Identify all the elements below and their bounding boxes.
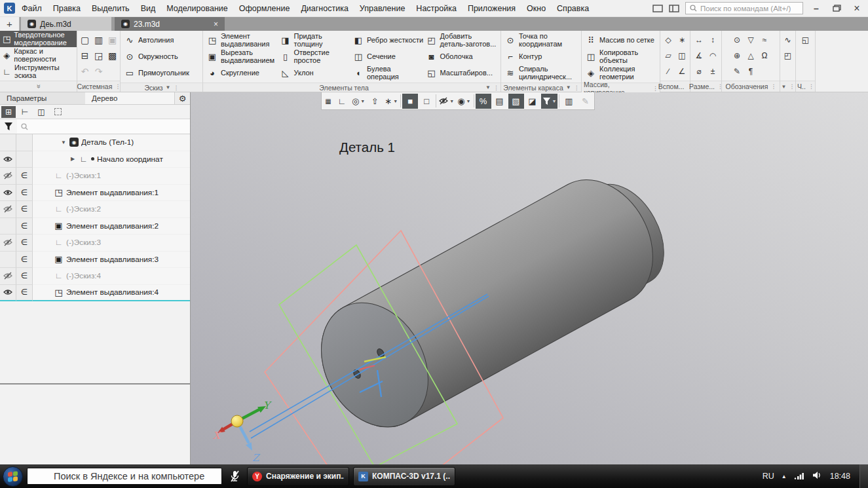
tray-expand-icon[interactable]: ▲ xyxy=(782,474,787,479)
cut-extrude-button[interactable]: ▣Вырезать выдавливанием xyxy=(206,48,279,65)
geometry-collection-button[interactable]: ◈Коллекция геометрии xyxy=(584,65,657,81)
command-search-input[interactable]: Поиск по командам (Alt+/) xyxy=(685,2,803,14)
aux-icon-3[interactable]: ▱ xyxy=(662,48,675,64)
drawing-icon[interactable]: ◱ xyxy=(799,32,812,48)
tree-row-sketch3[interactable]: ∈ ∟ (-)Эскиз:3 xyxy=(0,235,190,252)
extrude-button[interactable]: ◳Элемент выдавливания xyxy=(206,32,279,48)
rectangle-button[interactable]: ▭Прямоугольник xyxy=(123,65,200,81)
extra-icon-1[interactable]: ∿ xyxy=(782,32,794,48)
point-by-coordinates-button[interactable]: ⊙Точка по координатам xyxy=(504,32,578,48)
menu-file[interactable]: Файл xyxy=(22,4,42,13)
visibility-toggle[interactable] xyxy=(0,201,16,218)
boolean-button[interactable]: ◖Булева операция xyxy=(352,65,425,81)
yandex-search-input[interactable]: Поиск в Яндексе и на компьютере xyxy=(27,468,222,485)
clock[interactable]: 18:48 xyxy=(830,472,850,481)
scene-render-button[interactable]: ▧ xyxy=(508,94,524,109)
grid-array-button[interactable]: ⠿Массив по сетке xyxy=(584,32,657,48)
menu-help[interactable]: Справка xyxy=(557,4,589,13)
layout-single-icon[interactable] xyxy=(652,5,663,12)
menu-modeling[interactable]: Моделирование xyxy=(166,4,228,13)
orientation-button[interactable]: ⇧ xyxy=(367,94,383,109)
tree-row-sketch4[interactable]: ∈ ∟ (-)Эскиз:4 xyxy=(0,268,190,285)
gear-icon[interactable]: ⚙ xyxy=(174,92,190,104)
language-indicator[interactable]: RU xyxy=(763,472,774,481)
dim-icon-1[interactable]: ↔ xyxy=(693,32,706,48)
mode-wireframe-surfaces[interactable]: ◈ Каркас и поверхности xyxy=(0,47,77,64)
new-document-tab-button[interactable]: + xyxy=(0,17,20,31)
redo-icon[interactable]: ↷ xyxy=(92,64,105,79)
part-name-label[interactable]: Деталь 1 xyxy=(339,140,395,155)
fillet-button[interactable]: ◕Скругление xyxy=(206,65,279,81)
shaded-display-button[interactable]: ■ xyxy=(402,94,418,109)
tree-row-sketch1[interactable]: ∈ ∟ (-)Эскиз:1 xyxy=(0,168,190,185)
menu-select[interactable]: Выделить xyxy=(92,4,130,13)
coordinate-systems-button[interactable]: ∗▼ xyxy=(383,94,399,109)
shell-button[interactable]: ◙Оболочка xyxy=(425,48,499,65)
show-desktop-button[interactable] xyxy=(859,464,868,488)
lighting-button[interactable]: ◪ xyxy=(525,94,540,109)
origin-sphere[interactable] xyxy=(231,415,243,427)
preview-icon[interactable]: ◲ xyxy=(92,48,105,64)
draft-button[interactable]: ◺Уклон xyxy=(279,65,352,81)
notation-icon-3[interactable]: ≈ xyxy=(759,32,771,48)
visibility-toggle[interactable] xyxy=(0,268,16,285)
new-document-icon[interactable]: ▢ xyxy=(79,32,92,48)
tab-doc1[interactable]: ◉ Деь.m3d xyxy=(21,17,111,31)
aux-icon-2[interactable]: ∗ xyxy=(676,32,689,48)
autoline-button[interactable]: ∿Автолиния xyxy=(123,32,200,48)
chevron-down-icon[interactable]: ▼ xyxy=(360,99,365,103)
tree-view-structure-button[interactable]: ⊞ xyxy=(1,106,16,118)
filter-objects-button[interactable]: ▼ xyxy=(541,94,558,109)
wireframe-display-button[interactable]: □ xyxy=(419,94,434,109)
tab-tree[interactable]: Дерево xyxy=(85,92,174,104)
grid-toggle-button[interactable]: ▦ xyxy=(323,94,333,109)
menu-applications[interactable]: Приложения xyxy=(468,4,516,13)
microphone-muted-icon[interactable] xyxy=(226,470,243,483)
expand-collapse-icon[interactable]: ▶ xyxy=(69,156,76,162)
dim-icon-3[interactable]: ∡ xyxy=(693,48,706,64)
tab-parameters[interactable]: Параметры xyxy=(0,92,85,104)
visibility-cell[interactable] xyxy=(0,252,16,269)
chevron-down-icon[interactable]: ▼ xyxy=(552,99,557,103)
menu-management[interactable]: Управление xyxy=(360,4,406,13)
snap-mode-button[interactable]: % xyxy=(476,94,491,109)
taskbar-button-kompas[interactable]: K КОМПАС-3D v17.1 (... xyxy=(353,467,455,486)
dropdown-icon[interactable]: ▼ xyxy=(485,84,491,90)
notation-icon-5[interactable]: △ xyxy=(745,48,757,64)
section-view-button[interactable]: ◉▼ xyxy=(456,94,472,109)
sketch-mode-button[interactable]: ∟ xyxy=(334,94,350,109)
aux-icon-1[interactable]: ◇ xyxy=(662,32,675,48)
zoom-button[interactable]: ◎▼ xyxy=(350,94,366,109)
tree-row-part[interactable]: ▼ ◉ Деталь (Тел-1) xyxy=(0,134,190,151)
notation-icon-2[interactable]: ▽ xyxy=(745,32,757,48)
tree-row-extrude4-selected[interactable]: ∈ ◳ Элемент выдавливания:4 xyxy=(0,285,190,302)
menu-diagnostics[interactable]: Диагностика xyxy=(301,4,348,13)
save-icon[interactable]: ▣ xyxy=(106,32,119,48)
spiral-button[interactable]: ≋Спираль цилиндрическ... xyxy=(504,65,578,81)
undo-icon[interactable]: ↶ xyxy=(79,64,92,79)
visibility-toggle[interactable] xyxy=(0,185,16,202)
extra-icon-2[interactable]: ◰ xyxy=(782,48,794,64)
copy-objects-button[interactable]: ◫Копировать объекты xyxy=(584,48,657,65)
visibility-toggle[interactable] xyxy=(0,168,16,185)
tree-row-extrude1[interactable]: ∈ ◳ Элемент выдавливания:1 xyxy=(0,185,190,202)
rib-button[interactable]: ◧Ребро жесткости xyxy=(352,32,425,48)
open-document-icon[interactable]: ▥ xyxy=(92,32,105,48)
mode-sketch-tools[interactable]: ∟ Инструменты эскиза xyxy=(0,64,77,80)
viewport-3d[interactable]: Y X Z Деталь 1 ▦ ∟ ◎▼ ⇧ ∗▼ ■ □ ▼ ◉▼ xyxy=(191,92,868,464)
tree-search-input[interactable] xyxy=(31,122,186,130)
notation-icon-1[interactable]: ⊙ xyxy=(731,32,744,48)
menu-edit[interactable]: Правка xyxy=(53,4,81,13)
save-as-icon[interactable]: ▩ xyxy=(106,48,119,64)
expand-collapse-icon[interactable]: ▼ xyxy=(60,140,67,145)
menu-settings[interactable]: Настройка xyxy=(416,4,457,13)
dropdown-icon[interactable]: ▼ xyxy=(782,84,787,90)
section-button[interactable]: ◫Сечение xyxy=(352,48,425,65)
taskbar-button-yandex[interactable]: Y Снаряжение и экип... xyxy=(247,467,349,486)
dim-icon-6[interactable]: ± xyxy=(707,64,719,79)
dim-icon-2[interactable]: ↕ xyxy=(707,32,719,48)
visibility-toggle[interactable] xyxy=(0,285,16,302)
filter-button[interactable] xyxy=(0,119,17,134)
clipping-button[interactable]: ▤ xyxy=(492,94,508,109)
tree-view-selection-button[interactable] xyxy=(50,106,65,118)
